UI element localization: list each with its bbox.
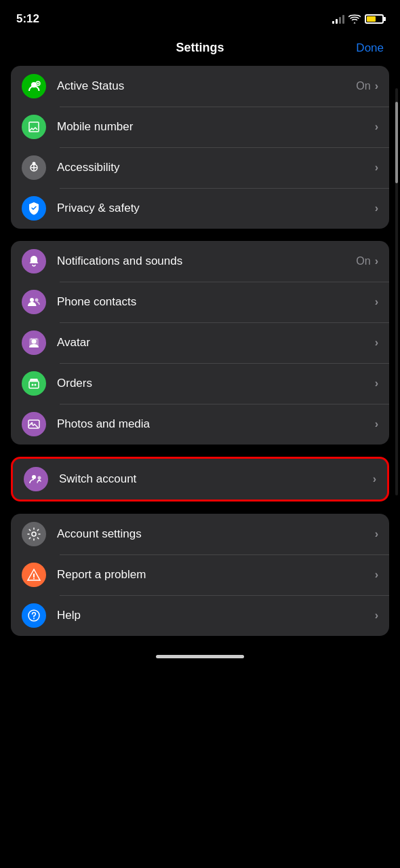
active-status-label: Active Status bbox=[57, 79, 356, 93]
phone-contacts-row[interactable]: Phone contacts › bbox=[11, 282, 389, 322]
privacy-safety-label: Privacy & safety bbox=[57, 202, 375, 215]
active-status-value: On bbox=[356, 80, 370, 92]
page-title: Settings bbox=[176, 41, 224, 55]
account-settings-icon bbox=[22, 522, 46, 546]
svg-point-8 bbox=[35, 299, 39, 302]
notifications-sounds-label: Notifications and sounds bbox=[57, 254, 356, 268]
done-button[interactable]: Done bbox=[356, 41, 384, 55]
avatar-icon bbox=[22, 331, 46, 355]
chevron-icon: › bbox=[373, 473, 376, 485]
switch-account-icon bbox=[24, 467, 48, 491]
accessibility-row[interactable]: Accessibility › bbox=[11, 147, 389, 188]
help-icon bbox=[22, 603, 46, 628]
chevron-icon: › bbox=[375, 255, 378, 267]
active-status-row[interactable]: Active Status On › bbox=[11, 66, 389, 107]
chevron-icon: › bbox=[375, 202, 378, 214]
home-indicator bbox=[0, 648, 400, 665]
status-bar: 5:12 bbox=[0, 0, 400, 34]
svg-point-7 bbox=[30, 298, 34, 302]
mobile-number-icon bbox=[22, 115, 46, 139]
chevron-icon: › bbox=[375, 609, 378, 622]
notifications-icon bbox=[22, 249, 46, 273]
section-group-4: Account settings › Report a problem › bbox=[11, 514, 389, 636]
scrollbar-thumb bbox=[395, 102, 398, 183]
chevron-icon: › bbox=[375, 418, 378, 430]
photos-media-row[interactable]: Photos and media › bbox=[11, 404, 389, 445]
chevron-icon: › bbox=[375, 569, 378, 581]
svg-point-22 bbox=[33, 618, 35, 620]
scrollbar-track bbox=[395, 88, 398, 495]
battery-icon bbox=[365, 14, 384, 24]
accessibility-icon bbox=[22, 155, 46, 180]
section-group-2: Notifications and sounds On › Phone cont… bbox=[11, 241, 389, 445]
svg-rect-11 bbox=[29, 381, 39, 388]
report-problem-icon bbox=[22, 563, 46, 587]
svg-point-16 bbox=[32, 475, 36, 479]
privacy-safety-icon bbox=[22, 196, 46, 221]
photos-media-icon bbox=[22, 412, 46, 436]
phone-contacts-icon bbox=[22, 290, 46, 314]
scroll-area: Active Status On › Mobile number › bbox=[0, 66, 400, 636]
avatar-row[interactable]: Avatar › bbox=[11, 322, 389, 363]
switch-account-label: Switch account bbox=[59, 472, 373, 486]
account-settings-label: Account settings bbox=[57, 527, 375, 541]
phone-contacts-label: Phone contacts bbox=[57, 295, 375, 309]
settings-header: Settings Done bbox=[0, 34, 400, 66]
active-status-icon bbox=[22, 74, 46, 98]
help-row[interactable]: Help › bbox=[11, 595, 389, 636]
signal-icon bbox=[332, 14, 344, 24]
orders-label: Orders bbox=[57, 377, 375, 390]
avatar-label: Avatar bbox=[57, 336, 375, 350]
orders-row[interactable]: Orders › bbox=[11, 363, 389, 404]
svg-point-12 bbox=[32, 384, 34, 386]
switch-account-section: Switch account › bbox=[11, 457, 389, 502]
svg-point-2 bbox=[37, 83, 39, 85]
status-icons bbox=[332, 14, 384, 24]
svg-point-10 bbox=[32, 339, 37, 344]
mobile-number-label: Mobile number bbox=[57, 120, 375, 134]
wifi-icon bbox=[348, 14, 361, 24]
switch-account-row[interactable]: Switch account › bbox=[13, 459, 387, 499]
accessibility-label: Accessibility bbox=[57, 161, 375, 174]
chevron-icon: › bbox=[375, 80, 378, 92]
home-bar bbox=[156, 655, 244, 658]
status-time: 5:12 bbox=[16, 12, 39, 26]
orders-icon bbox=[22, 371, 46, 396]
chevron-icon: › bbox=[375, 377, 378, 390]
chevron-icon: › bbox=[375, 296, 378, 308]
chevron-icon: › bbox=[375, 528, 378, 540]
chevron-icon: › bbox=[375, 337, 378, 349]
account-settings-row[interactable]: Account settings › bbox=[11, 514, 389, 554]
notifications-sounds-row[interactable]: Notifications and sounds On › bbox=[11, 241, 389, 282]
section-group-1: Active Status On › Mobile number › bbox=[11, 66, 389, 229]
report-problem-row[interactable]: Report a problem › bbox=[11, 554, 389, 595]
mobile-number-row[interactable]: Mobile number › bbox=[11, 107, 389, 147]
photos-media-label: Photos and media bbox=[57, 417, 375, 431]
chevron-icon: › bbox=[375, 162, 378, 174]
svg-point-13 bbox=[35, 384, 37, 386]
notifications-sounds-value: On bbox=[356, 255, 370, 267]
chevron-icon: › bbox=[375, 121, 378, 133]
help-label: Help bbox=[57, 609, 375, 622]
privacy-safety-row[interactable]: Privacy & safety › bbox=[11, 188, 389, 229]
svg-point-17 bbox=[38, 476, 41, 480]
svg-point-20 bbox=[33, 578, 35, 580]
svg-point-18 bbox=[32, 532, 36, 536]
report-problem-label: Report a problem bbox=[57, 568, 375, 582]
